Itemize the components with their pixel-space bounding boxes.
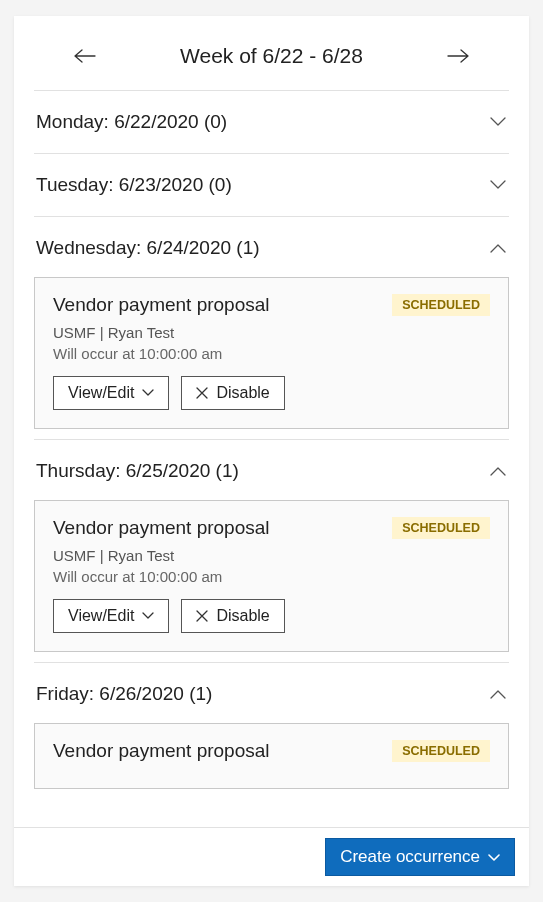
day-header-monday[interactable]: Monday: 6/22/2020 (0) [34, 93, 509, 151]
button-label: Disable [216, 607, 269, 625]
divider [34, 439, 509, 440]
prev-week-button[interactable] [74, 45, 96, 67]
event-title: Vendor payment proposal [53, 517, 270, 539]
disable-button[interactable]: Disable [181, 376, 284, 410]
close-icon [196, 610, 208, 622]
chevron-up-icon [489, 239, 507, 257]
next-week-button[interactable] [447, 45, 469, 67]
event-actions: View/Edit Disable [53, 376, 490, 410]
event-actions: View/Edit Disable [53, 599, 490, 633]
divider [34, 153, 509, 154]
chevron-down-icon [142, 389, 154, 397]
event-meta: USMF | Ryan Test [53, 324, 490, 341]
chevron-down-icon [489, 113, 507, 131]
day-label: Friday: 6/26/2020 (1) [36, 683, 212, 705]
create-occurrence-button[interactable]: Create occurrence [325, 838, 515, 876]
chevron-down-icon [142, 612, 154, 620]
button-label: View/Edit [68, 607, 134, 625]
footer-bar: Create occurrence [14, 827, 529, 886]
event-card: Vendor payment proposal SCHEDULED USMF |… [34, 500, 509, 652]
day-header-wednesday[interactable]: Wednesday: 6/24/2020 (1) [34, 219, 509, 277]
day-label: Monday: 6/22/2020 (0) [36, 111, 227, 133]
schedule-panel: Week of 6/22 - 6/28 Monday: 6/22/2020 (0… [14, 16, 529, 886]
day-label: Wednesday: 6/24/2020 (1) [36, 237, 260, 259]
divider [34, 662, 509, 663]
status-badge: SCHEDULED [392, 740, 490, 762]
view-edit-button[interactable]: View/Edit [53, 599, 169, 633]
event-title: Vendor payment proposal [53, 294, 270, 316]
status-badge: SCHEDULED [392, 294, 490, 316]
day-label: Thursday: 6/25/2020 (1) [36, 460, 239, 482]
chevron-up-icon [489, 685, 507, 703]
arrow-right-icon [447, 49, 469, 63]
chevron-down-icon [489, 176, 507, 194]
close-icon [196, 387, 208, 399]
day-label: Tuesday: 6/23/2020 (0) [36, 174, 232, 196]
disable-button[interactable]: Disable [181, 599, 284, 633]
button-label: View/Edit [68, 384, 134, 402]
button-label: Disable [216, 384, 269, 402]
divider [34, 216, 509, 217]
chevron-up-icon [489, 462, 507, 480]
event-meta: USMF | Ryan Test [53, 547, 490, 564]
week-title: Week of 6/22 - 6/28 [180, 44, 363, 68]
day-header-thursday[interactable]: Thursday: 6/25/2020 (1) [34, 442, 509, 500]
event-card: Vendor payment proposal SCHEDULED [34, 723, 509, 789]
day-header-tuesday[interactable]: Tuesday: 6/23/2020 (0) [34, 156, 509, 214]
arrow-left-icon [74, 49, 96, 63]
day-header-friday[interactable]: Friday: 6/26/2020 (1) [34, 665, 509, 723]
button-label: Create occurrence [340, 847, 480, 867]
event-title: Vendor payment proposal [53, 740, 270, 762]
scroll-area[interactable]: Week of 6/22 - 6/28 Monday: 6/22/2020 (0… [14, 16, 529, 886]
status-badge: SCHEDULED [392, 517, 490, 539]
divider [34, 90, 509, 91]
chevron-down-icon [488, 847, 500, 867]
week-nav-header: Week of 6/22 - 6/28 [34, 34, 509, 88]
event-time: Will occur at 10:00:00 am [53, 345, 490, 362]
view-edit-button[interactable]: View/Edit [53, 376, 169, 410]
event-card: Vendor payment proposal SCHEDULED USMF |… [34, 277, 509, 429]
event-time: Will occur at 10:00:00 am [53, 568, 490, 585]
